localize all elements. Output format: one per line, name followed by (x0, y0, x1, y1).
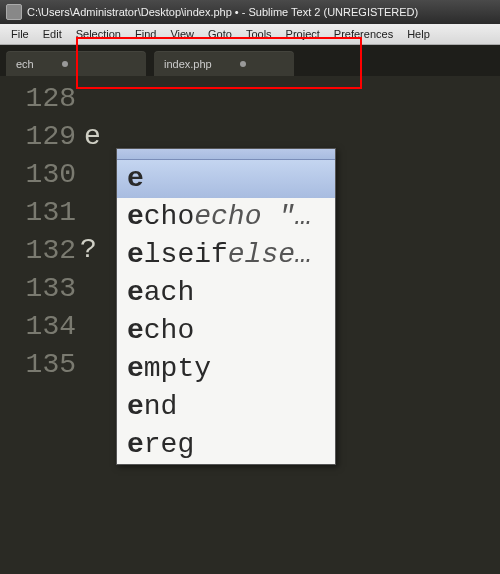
ac-match: e (127, 239, 144, 270)
ac-match: e (127, 163, 144, 194)
ac-match: e (127, 429, 144, 460)
autocomplete-scroll-indicator (117, 149, 335, 160)
dirty-indicator-icon (240, 61, 246, 67)
menu-help[interactable]: Help (400, 26, 437, 42)
ac-match: e (127, 315, 144, 346)
tab-index-php[interactable]: index.php (154, 51, 294, 77)
line-number: 129 (0, 118, 76, 156)
autocomplete-item[interactable]: elseifelse… (117, 236, 335, 274)
ac-match: e (127, 201, 144, 232)
autocomplete-popup[interactable]: e echoecho "… elseifelse… each echo empt… (116, 148, 336, 465)
ac-match: e (127, 277, 144, 308)
ac-rest: ach (144, 277, 194, 308)
app-icon (6, 4, 22, 20)
ac-hint: echo "… (194, 201, 312, 232)
tab-label: ech (16, 58, 34, 70)
autocomplete-item[interactable]: echoecho "… (117, 198, 335, 236)
line-number-gutter: 128 129 130 131 132 133 134 135 (0, 76, 84, 574)
window-titlebar: C:\Users\Administrator\Desktop\index.php… (0, 0, 500, 24)
ac-rest: reg (144, 429, 194, 460)
menu-view[interactable]: View (163, 26, 201, 42)
line-number: 133 (0, 270, 76, 308)
ac-rest: nd (144, 391, 178, 422)
ac-hint: else… (228, 239, 312, 270)
line-number: 128 (0, 80, 76, 118)
menu-selection[interactable]: Selection (69, 26, 128, 42)
ac-rest: lseif (144, 239, 228, 270)
ac-rest: cho (144, 201, 194, 232)
menu-project[interactable]: Project (279, 26, 327, 42)
menu-edit[interactable]: Edit (36, 26, 69, 42)
ac-match: e (127, 353, 144, 384)
ac-rest: mpty (144, 353, 211, 384)
autocomplete-item[interactable]: each (117, 274, 335, 312)
autocomplete-item[interactable]: echo (117, 312, 335, 350)
tab-label: index.php (164, 58, 212, 70)
line-number: 134 (0, 308, 76, 346)
menu-goto[interactable]: Goto (201, 26, 239, 42)
ac-match: e (127, 391, 144, 422)
menu-find[interactable]: Find (128, 26, 163, 42)
tab-ech[interactable]: ech (6, 51, 146, 77)
menubar: File Edit Selection Find View Goto Tools… (0, 24, 500, 45)
window-title: C:\Users\Administrator\Desktop\index.php… (27, 6, 418, 18)
code-line[interactable] (84, 80, 500, 118)
line-number: 131 (0, 194, 76, 232)
tabbar: ech index.php (0, 45, 500, 78)
autocomplete-item[interactable]: end (117, 388, 335, 426)
autocomplete-item[interactable]: ereg (117, 426, 335, 464)
ac-rest: cho (144, 315, 194, 346)
menu-file[interactable]: File (4, 26, 36, 42)
line-number: 132 (0, 232, 76, 270)
menu-tools[interactable]: Tools (239, 26, 279, 42)
line-number: 130 (0, 156, 76, 194)
menu-preferences[interactable]: Preferences (327, 26, 400, 42)
line-number: 135 (0, 346, 76, 384)
typed-char: e (84, 121, 101, 152)
dirty-indicator-icon (62, 61, 68, 67)
autocomplete-item[interactable]: empty (117, 350, 335, 388)
question-mark-text: ? (80, 234, 97, 265)
autocomplete-item[interactable]: e (117, 160, 335, 198)
